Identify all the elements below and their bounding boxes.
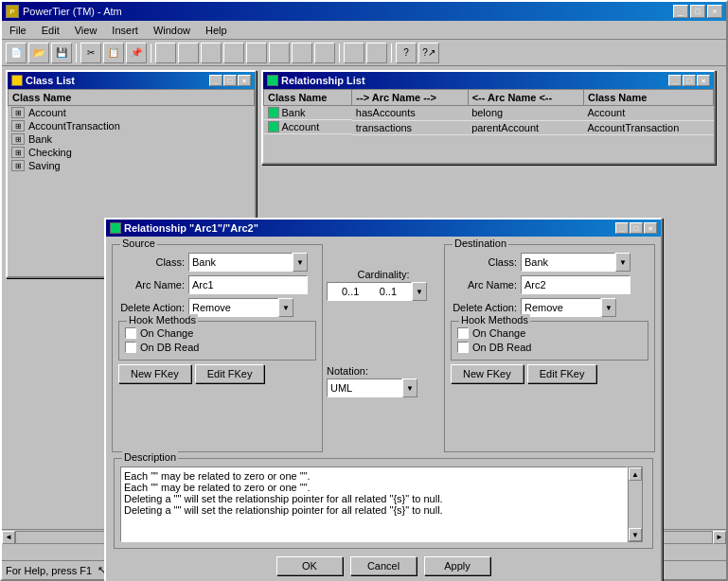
class-name: Checking: [28, 147, 72, 158]
toolbar-btn1[interactable]: [155, 43, 176, 63]
dest-on-db-read-checkbox[interactable]: [457, 342, 469, 353]
class-icon: ⊞: [11, 120, 25, 132]
toolbar-btn5[interactable]: [246, 43, 267, 63]
table-row[interactable]: ⊞ AccountTransaction: [8, 119, 255, 132]
class-name: Saving: [28, 160, 61, 171]
close-button[interactable]: ×: [707, 5, 722, 18]
dest-arc-label: Arc Name:: [451, 279, 517, 290]
scroll-down-button[interactable]: ▼: [629, 528, 642, 541]
class-list-title: Class List: [26, 75, 75, 86]
source-delete-input[interactable]: [188, 298, 278, 317]
dest-delete-select-wrapper: ▼: [521, 298, 616, 317]
ok-button[interactable]: OK: [276, 556, 343, 575]
rel-class1: Bank: [282, 107, 306, 118]
destination-label: Destination: [453, 238, 508, 249]
notation-input-wrapper: ▼: [327, 379, 440, 397]
dest-class-input[interactable]: [521, 253, 615, 272]
apply-button[interactable]: Apply: [424, 556, 490, 575]
source-class-select-wrapper: ▼: [188, 253, 308, 272]
source-on-change-checkbox[interactable]: [125, 327, 136, 339]
table-row[interactable]: ⊞ Saving: [8, 159, 255, 172]
cardinality-dropdown-arrow[interactable]: ▼: [412, 282, 427, 301]
toolbar-btn8[interactable]: [314, 43, 335, 63]
maximize-button[interactable]: □: [690, 5, 705, 18]
table-row[interactable]: Account transactions parentAccount Accou…: [264, 120, 714, 134]
class-list-maximize[interactable]: □: [223, 75, 237, 86]
rel-list-icon: [267, 75, 278, 86]
notation-input[interactable]: [327, 379, 402, 397]
scroll-left-button[interactable]: ◄: [2, 531, 15, 544]
description-textarea[interactable]: [120, 467, 628, 542]
menu-window[interactable]: Window: [150, 24, 194, 37]
rel-arc-rev: belong: [468, 106, 583, 121]
description-label: Description: [122, 451, 178, 463]
dialog-close[interactable]: ×: [644, 222, 657, 234]
menu-help[interactable]: Help: [202, 24, 231, 37]
dialog-maximize[interactable]: □: [630, 222, 643, 234]
menu-file[interactable]: File: [6, 24, 30, 37]
dialog-minimize[interactable]: _: [615, 222, 629, 234]
class-list-close[interactable]: ×: [238, 75, 251, 86]
dest-delete-dropdown-arrow[interactable]: ▼: [601, 298, 616, 317]
dest-on-db-read-label: On DB Read: [472, 342, 531, 353]
dest-class-dropdown-arrow[interactable]: ▼: [615, 253, 630, 272]
toolbar-help[interactable]: ?: [396, 43, 417, 63]
toolbar-btn3[interactable]: [201, 43, 222, 63]
dest-on-db-read-row: On DB Read: [457, 342, 642, 353]
desc-scrollbar: ▲ ▼: [628, 467, 643, 542]
toolbar-btn2[interactable]: [178, 43, 199, 63]
scroll-right-button[interactable]: ►: [713, 531, 726, 544]
table-row[interactable]: ⊞ Bank: [8, 132, 255, 146]
source-on-db-read-checkbox[interactable]: [125, 342, 136, 353]
cancel-button[interactable]: Cancel: [350, 556, 417, 575]
notation-dropdown-arrow[interactable]: ▼: [402, 379, 417, 397]
scroll-up-button[interactable]: ▲: [629, 467, 642, 481]
source-arc-label: Arc Name:: [118, 279, 185, 290]
notation-section: Notation: ▼: [327, 365, 440, 397]
toolbar-btn4[interactable]: [223, 43, 244, 63]
source-class-dropdown-arrow[interactable]: ▼: [293, 253, 308, 272]
table-row[interactable]: Bank hasAccounts belong Account: [264, 106, 714, 121]
description-content: ▲ ▼: [120, 467, 647, 542]
toolbar-open[interactable]: 📂: [28, 43, 49, 63]
source-arc-input[interactable]: [188, 275, 308, 294]
dest-edit-fkey-button[interactable]: Edit FKey: [527, 364, 597, 383]
toolbar-paste[interactable]: 📌: [126, 43, 147, 63]
notation-label: Notation:: [327, 365, 440, 377]
rel-list-close[interactable]: ×: [697, 75, 710, 86]
toolbar-btn7[interactable]: [292, 43, 312, 63]
toolbar-btn6[interactable]: [269, 43, 290, 63]
dest-new-fkey-button[interactable]: New FKey: [451, 364, 524, 383]
menu-insert[interactable]: Insert: [108, 24, 142, 37]
description-section: Description ▲ ▼: [114, 458, 653, 549]
dest-arc-input[interactable]: [521, 275, 630, 294]
table-row[interactable]: ⊞ Checking: [8, 146, 255, 159]
cardinality-input[interactable]: [327, 282, 412, 301]
rel-arc-fwd: transactions: [352, 120, 468, 134]
source-delete-dropdown-arrow[interactable]: ▼: [278, 298, 293, 317]
dest-class-label: Class:: [451, 256, 517, 268]
toolbar-help2[interactable]: ?↗: [418, 43, 439, 63]
dest-on-change-checkbox[interactable]: [457, 327, 469, 339]
rel-list-minimize[interactable]: _: [668, 75, 682, 86]
dest-on-change-row: On Change: [457, 327, 642, 339]
minimize-button[interactable]: _: [673, 5, 688, 18]
source-class-input[interactable]: [188, 253, 293, 272]
toolbar-copy[interactable]: 📋: [103, 43, 124, 63]
menu-edit[interactable]: Edit: [38, 24, 63, 37]
source-label: Source: [120, 238, 157, 249]
class-list-minimize[interactable]: _: [209, 75, 222, 86]
source-new-fkey-button[interactable]: New FKey: [118, 364, 191, 383]
table-row[interactable]: ⊞ Account: [8, 106, 255, 119]
source-edit-fkey-button[interactable]: Edit FKey: [195, 364, 265, 383]
toolbar-btn10[interactable]: [366, 43, 387, 63]
toolbar-cut[interactable]: ✂: [80, 43, 101, 63]
class-list-icon: [11, 75, 23, 86]
toolbar-save[interactable]: 💾: [51, 43, 72, 63]
rel-list-title: Relationship List: [281, 75, 365, 86]
menu-view[interactable]: View: [71, 24, 101, 37]
rel-list-maximize[interactable]: □: [683, 75, 696, 86]
toolbar-btn9[interactable]: [344, 43, 364, 63]
dest-delete-input[interactable]: [521, 298, 601, 317]
toolbar-new[interactable]: 📄: [6, 43, 27, 63]
